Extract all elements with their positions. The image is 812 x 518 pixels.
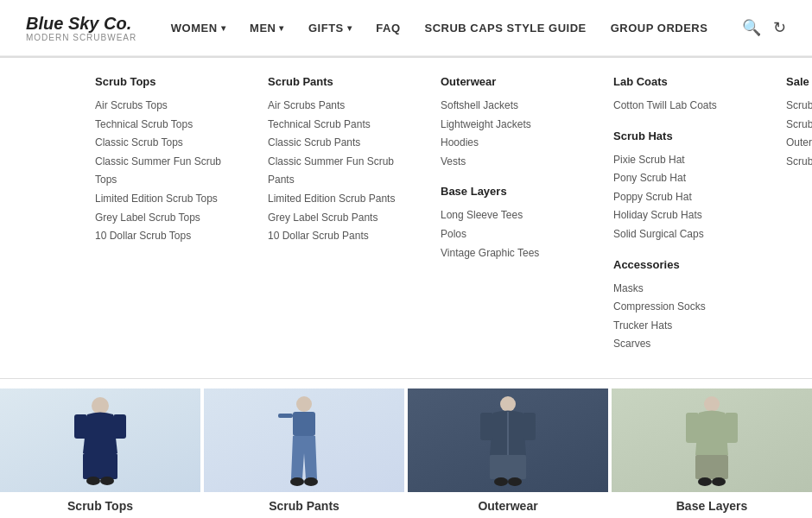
menu-item[interactable]: Trucker Hats	[613, 317, 752, 336]
menu-item[interactable]: Limited Edition Scrub Pants	[268, 190, 406, 209]
product-tile-image-outerwear	[408, 388, 608, 492]
svg-point-13	[92, 397, 109, 414]
menu-item[interactable]: Softshell Jackets	[441, 97, 579, 116]
product-tile-image-scrub-tops	[0, 388, 200, 492]
svg-rect-16	[113, 414, 126, 439]
menu-item[interactable]: Compression Socks	[613, 298, 752, 317]
menu-item[interactable]: Grey Label Scrub Tops	[95, 209, 233, 228]
menu-item[interactable]: Scrub Caps	[786, 153, 812, 172]
outerwear-figure	[478, 393, 538, 488]
svg-point-29	[508, 477, 522, 486]
mega-menu: Scrub Tops Air Scrubs Tops Technical Scr…	[0, 56, 812, 379]
menu-item[interactable]: Technical Scrub Pants	[268, 116, 406, 135]
product-tile-scrub-tops[interactable]: Scrub Tops	[0, 388, 204, 518]
menu-col-lab-coats: Lab Coats Cotton Twill Lab Coats Scrub H…	[613, 75, 752, 354]
menu-item[interactable]: Poppy Scrub Hat	[613, 188, 752, 207]
svg-point-31	[704, 396, 720, 412]
product-label-base-layers: Base Layers	[676, 492, 748, 518]
logo[interactable]: Blue Sky Co. Modern Scrubwear	[26, 14, 136, 42]
svg-point-35	[698, 477, 712, 486]
menu-item[interactable]: Vests	[441, 153, 579, 172]
menu-col-scrub-tops: Scrub Tops Air Scrubs Tops Technical Scr…	[95, 75, 233, 354]
menu-item[interactable]: Hoodies	[441, 134, 579, 153]
menu-col-scrub-pants: Scrub Pants Air Scrubs Pants Technical S…	[268, 75, 406, 354]
svg-rect-26	[480, 413, 493, 440]
scrub-pants-figure	[274, 393, 334, 488]
menu-item[interactable]: Air Scrubs Pants	[268, 97, 406, 116]
product-grid: Scrub Tops Scrub Pants	[0, 388, 812, 518]
nav-women[interactable]: WOMEN ▾	[171, 22, 225, 35]
menu-item[interactable]: 10 Dollar Scrub Pants	[268, 227, 406, 246]
svg-point-22	[290, 477, 304, 486]
menu-item[interactable]: Outerwear	[786, 134, 812, 153]
product-tile-image-scrub-pants	[204, 388, 404, 492]
menu-item[interactable]: Classic Scrub Pants	[268, 134, 406, 153]
nav-scrub-caps[interactable]: SCRUB CAPS STYLE GUIDE	[425, 22, 587, 35]
menu-item[interactable]: Classic Scrub Tops	[95, 134, 233, 153]
svg-point-18	[100, 477, 114, 485]
svg-rect-25	[490, 455, 526, 479]
menu-item[interactable]: Classic Summer Fun Scrub Tops	[95, 153, 233, 190]
refresh-icon[interactable]: ↻	[773, 18, 786, 37]
menu-item[interactable]: 10 Dollar Scrub Tops	[95, 227, 233, 246]
svg-rect-14	[83, 453, 117, 479]
product-label-scrub-tops: Scrub Tops	[67, 492, 133, 518]
menu-col-title-sale: Sale	[786, 75, 812, 88]
svg-rect-20	[293, 412, 315, 436]
svg-rect-27	[523, 413, 536, 440]
svg-point-24	[500, 396, 516, 412]
menu-col-outerwear: Outerwear Softshell Jackets Lightweight …	[441, 75, 579, 354]
svg-point-19	[296, 396, 312, 412]
product-tile-outerwear[interactable]: Outerwear	[408, 388, 612, 518]
nav-gifts[interactable]: GIFTS ▾	[308, 22, 352, 35]
menu-item[interactable]: Scrub Tops	[786, 97, 812, 116]
logo-sub-text: Modern Scrubwear	[26, 33, 136, 42]
menu-col-title-outerwear: Outerwear	[441, 75, 579, 88]
search-icon[interactable]: 🔍	[742, 18, 761, 37]
menu-item[interactable]: Solid Surgical Caps	[613, 225, 752, 244]
svg-rect-15	[74, 414, 87, 439]
chevron-down-icon: ▾	[221, 23, 226, 33]
menu-col-title-scrub-pants: Scrub Pants	[268, 75, 406, 88]
menu-item[interactable]: Lightweight Jackets	[441, 116, 579, 135]
menu-item[interactable]: Classic Summer Fun Scrub Pants	[268, 153, 406, 190]
menu-item[interactable]: Masks	[613, 280, 752, 299]
menu-item[interactable]: Technical Scrub Tops	[95, 116, 233, 135]
product-tile-image-base-layers	[612, 388, 812, 492]
menu-item[interactable]: Air Scrubs Tops	[95, 97, 233, 116]
product-tile-base-layers[interactable]: Base Layers	[612, 388, 812, 518]
menu-item[interactable]: Pixie Scrub Hat	[613, 151, 752, 170]
header-icons: 🔍 ↻	[742, 18, 786, 37]
menu-col-title-scrub-tops: Scrub Tops	[95, 75, 233, 88]
nav-faq[interactable]: FAQ	[376, 22, 400, 35]
svg-point-17	[86, 477, 100, 485]
svg-rect-34	[725, 413, 738, 443]
svg-rect-32	[695, 455, 728, 479]
svg-rect-21	[278, 414, 293, 418]
site-header: Blue Sky Co. Modern Scrubwear WOMEN ▾ ME…	[0, 0, 812, 56]
product-tile-scrub-pants[interactable]: Scrub Pants	[204, 388, 408, 518]
chevron-down-icon: ▾	[347, 23, 352, 33]
scrub-tops-figure	[70, 393, 130, 488]
menu-item[interactable]: Scrub Pants	[786, 116, 812, 135]
menu-col-title-accessories: Accessories	[613, 258, 752, 271]
menu-item[interactable]: Grey Label Scrub Pants	[268, 209, 406, 228]
menu-item[interactable]: Long Sleeve Tees	[441, 206, 579, 225]
menu-item[interactable]: Scarves	[613, 335, 752, 354]
nav-group-orders[interactable]: GROUP ORDERS	[611, 22, 708, 35]
svg-point-23	[304, 477, 318, 486]
menu-item[interactable]: Polos	[441, 225, 579, 244]
svg-point-28	[494, 477, 508, 486]
logo-main-text: Blue Sky Co.	[26, 14, 136, 33]
menu-item[interactable]: Vintage Graphic Tees	[441, 244, 579, 263]
menu-item[interactable]: Limited Edition Scrub Tops	[95, 190, 233, 209]
menu-item[interactable]: Pony Scrub Hat	[613, 169, 752, 188]
product-label-outerwear: Outerwear	[478, 492, 537, 518]
nav-men[interactable]: MEN ▾	[250, 22, 284, 35]
menu-columns: Scrub Tops Air Scrubs Tops Technical Scr…	[95, 75, 812, 354]
main-nav: WOMEN ▾ MEN ▾ GIFTS ▾ FAQ SCRUB CAPS STY…	[171, 22, 708, 35]
base-layers-figure	[682, 393, 742, 488]
menu-item[interactable]: Holiday Scrub Hats	[613, 206, 752, 225]
menu-item[interactable]: Cotton Twill Lab Coats	[613, 97, 752, 116]
menu-col-title-lab-coats: Lab Coats	[613, 75, 752, 88]
